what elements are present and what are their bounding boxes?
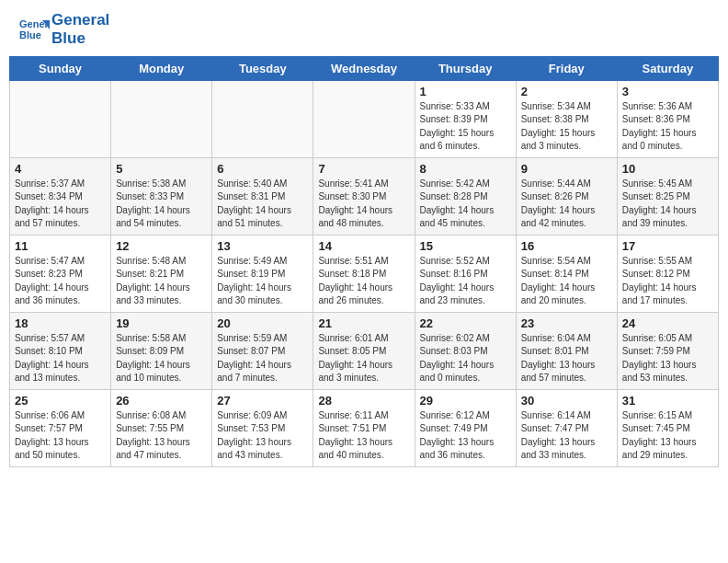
day-number: 8 [420,162,511,176]
day-cell: 4Sunrise: 5:37 AMSunset: 8:34 PMDaylight… [10,157,111,235]
day-cell: 17Sunrise: 5:55 AMSunset: 8:12 PMDayligh… [617,235,718,312]
day-number: 7 [318,162,409,176]
day-info-line: and 42 minutes. [521,217,612,231]
day-info-line: Sunrise: 5:33 AM [420,100,511,114]
day-cell [212,80,313,157]
day-info-line: and 6 minutes. [420,140,511,154]
day-info-line: Sunset: 8:34 PM [15,190,106,204]
day-number: 24 [622,316,713,330]
day-number: 11 [15,239,106,253]
day-info-line: Daylight: 14 hours [116,282,207,295]
day-info-line: Sunrise: 6:14 AM [521,409,612,423]
day-cell: 24Sunrise: 6:05 AMSunset: 7:59 PMDayligh… [617,312,718,389]
day-info-line: Sunset: 8:38 PM [521,113,612,127]
day-cell: 9Sunrise: 5:44 AMSunset: 8:26 PMDaylight… [516,157,617,235]
day-info-line: and 13 minutes. [15,372,106,385]
day-info-line: Sunset: 7:53 PM [217,422,308,436]
day-info-line: Sunset: 8:28 PM [420,190,511,204]
day-info-line: Daylight: 13 hours [420,436,511,450]
day-info-line: Sunrise: 5:48 AM [116,255,207,269]
day-cell: 3Sunrise: 5:36 AMSunset: 8:36 PMDaylight… [617,80,718,157]
day-cell: 13Sunrise: 5:49 AMSunset: 8:19 PMDayligh… [212,235,313,312]
day-info-line: Sunset: 8:26 PM [521,190,612,204]
day-info-line: and 3 minutes. [318,372,409,385]
day-cell: 31Sunrise: 6:15 AMSunset: 7:45 PMDayligh… [617,389,718,466]
day-info-line: Sunset: 8:21 PM [116,268,207,282]
day-info-line: Sunrise: 5:58 AM [116,332,207,346]
day-info-line: and 39 minutes. [622,217,713,231]
day-info-line: Sunset: 8:05 PM [318,345,409,359]
day-info-line: Sunset: 8:07 PM [217,345,308,359]
day-info-line: and 33 minutes. [116,294,207,308]
day-info-line: Daylight: 14 hours [217,282,308,295]
week-row-5: 25Sunrise: 6:06 AMSunset: 7:57 PMDayligh… [10,389,719,466]
day-number: 6 [217,162,308,176]
day-cell: 16Sunrise: 5:54 AMSunset: 8:14 PMDayligh… [516,235,617,312]
day-info-line: and 10 minutes. [116,372,207,385]
day-header-tuesday: Tuesday [212,56,313,80]
day-info-line: Sunrise: 5:41 AM [318,178,409,191]
day-info-line: and 0 minutes. [622,140,713,154]
day-info-line: and 57 minutes. [521,372,612,385]
day-info-line: Sunrise: 5:59 AM [217,332,308,346]
day-cell: 25Sunrise: 6:06 AMSunset: 7:57 PMDayligh… [10,389,111,466]
day-info-line: and 53 minutes. [622,372,713,385]
day-info-line: Sunset: 8:10 PM [15,345,106,359]
day-info-line: Daylight: 14 hours [420,359,511,373]
day-info-line: and 40 minutes. [318,449,409,463]
day-info-line: Daylight: 14 hours [622,204,713,218]
day-header-thursday: Thursday [415,56,516,80]
day-info-line: Sunset: 8:16 PM [420,268,511,282]
day-info-line: Sunset: 8:12 PM [622,268,713,282]
day-info-line: Daylight: 14 hours [521,282,612,295]
day-number: 27 [217,394,308,408]
day-cell [10,80,111,157]
day-cell: 14Sunrise: 5:51 AMSunset: 8:18 PMDayligh… [313,235,415,312]
day-info-line: Sunset: 7:59 PM [622,345,713,359]
day-info-line: Sunrise: 5:36 AM [622,100,713,114]
day-info-line: Sunrise: 5:44 AM [521,178,612,191]
day-number: 3 [622,85,713,98]
day-info-line: Sunset: 8:25 PM [622,190,713,204]
day-header-monday: Monday [111,56,212,80]
day-info-line: Sunset: 8:31 PM [217,190,308,204]
day-info-line: Sunrise: 6:06 AM [15,409,106,423]
day-info-line: Sunset: 8:36 PM [622,113,713,127]
day-number: 31 [622,394,713,408]
day-info-line: Sunset: 7:55 PM [116,422,207,436]
day-info-line: Daylight: 14 hours [116,359,207,373]
day-info-line: and 26 minutes. [318,294,409,308]
week-row-2: 4Sunrise: 5:37 AMSunset: 8:34 PMDaylight… [10,157,719,235]
day-info-line: Daylight: 15 hours [420,127,511,141]
day-info-line: Sunset: 8:39 PM [420,113,511,127]
day-info-line: Daylight: 13 hours [521,436,612,450]
day-info-line: and 36 minutes. [420,449,511,463]
day-cell: 26Sunrise: 6:08 AMSunset: 7:55 PMDayligh… [111,389,212,466]
day-info-line: Daylight: 14 hours [15,204,106,218]
day-info-line: Sunrise: 5:52 AM [420,255,511,269]
day-info-line: Sunset: 8:18 PM [318,268,409,282]
day-cell: 19Sunrise: 5:58 AMSunset: 8:09 PMDayligh… [111,312,212,389]
day-info-line: Sunset: 8:33 PM [116,190,207,204]
day-info-line: Sunset: 7:49 PM [420,422,511,436]
day-number: 19 [116,316,207,330]
day-cell: 21Sunrise: 6:01 AMSunset: 8:05 PMDayligh… [313,312,415,389]
day-info-line: Sunset: 7:51 PM [318,422,409,436]
day-info-line: Sunrise: 5:34 AM [521,100,612,114]
day-cell: 11Sunrise: 5:47 AMSunset: 8:23 PMDayligh… [10,235,111,312]
day-info-line: Sunset: 8:03 PM [420,345,511,359]
day-info-line: Daylight: 14 hours [15,359,106,373]
day-number: 17 [622,239,713,253]
day-info-line: Daylight: 14 hours [318,359,409,373]
day-info-line: Daylight: 14 hours [420,204,511,218]
day-number: 5 [116,162,207,176]
day-info-line: Sunrise: 6:11 AM [318,409,409,423]
day-number: 28 [318,394,409,408]
day-number: 26 [116,394,207,408]
day-info-line: and 43 minutes. [217,449,308,463]
day-info-line: Daylight: 13 hours [622,436,713,450]
day-info-line: and 23 minutes. [420,294,511,308]
day-info-line: Sunrise: 6:04 AM [521,332,612,346]
day-info-line: Sunset: 8:30 PM [318,190,409,204]
day-number: 30 [521,394,612,408]
